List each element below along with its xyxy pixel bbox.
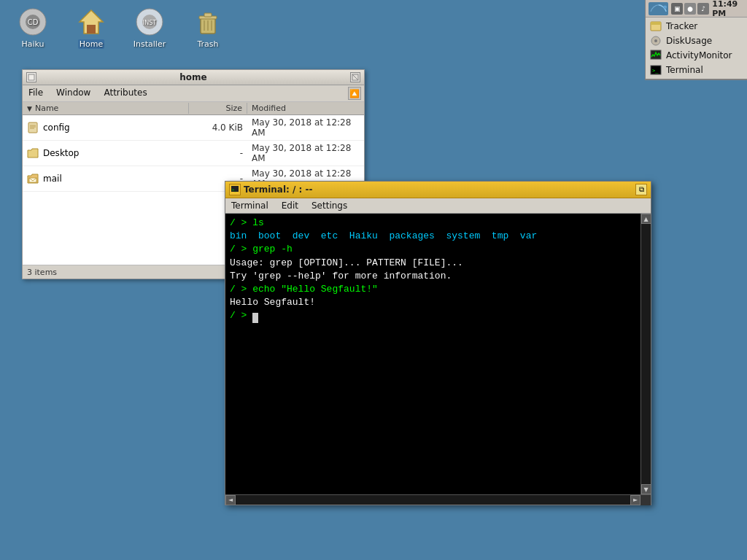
deskbar-item-tracker[interactable]: Tracker (646, 19, 747, 34)
desktop-icons: CD Haiku Home INST Installer (7, 7, 233, 49)
menu-window[interactable]: Window (53, 87, 93, 100)
file-name-config: config (23, 121, 189, 134)
terminal-line-5: Try 'grep --help' for more information. (230, 270, 636, 283)
menu-attributes[interactable]: Attributes (101, 87, 150, 100)
terminal-title-icon: >_ (229, 184, 241, 195)
terminal-scroll-down-btn[interactable]: ▼ (641, 484, 651, 494)
terminal-titlebar: >_ Terminal: / : -- ⧉ (225, 182, 651, 198)
terminal-scroll-right-btn[interactable]: ► (630, 495, 640, 505)
svg-text:>_: >_ (232, 187, 237, 192)
file-size-desktop: - (189, 147, 247, 159)
titlebar-zoom-btn[interactable] (350, 72, 360, 82)
deskbar-top: ▣ ● ♪ 11:49 PM (646, 0, 747, 18)
terminal-zoom-btn[interactable]: ⧉ (635, 184, 647, 195)
haiku-icon: CD (18, 7, 47, 36)
tray-icon-sound: ♪ (697, 3, 709, 15)
file-date-config: May 30, 2018 at 12:28 AM (247, 117, 364, 139)
desktop-folder-icon (27, 147, 39, 159)
terminal-line-1: / > ls (230, 217, 636, 230)
trash-icon (193, 7, 222, 36)
file-name-desktop: Desktop (23, 147, 189, 160)
terminal-icon: >_ (650, 64, 662, 76)
terminal-menubar: Terminal Edit Settings (225, 198, 651, 214)
svg-text:CD: CD (28, 18, 39, 26)
terminal-scrollbar-track (641, 224, 651, 484)
tray-icon-disk: ● (684, 3, 696, 15)
mail-folder-icon (27, 173, 39, 184)
terminal-window: >_ Terminal: / : -- ⧉ Terminal Edit Sett… (225, 181, 651, 505)
file-manager-titlebar: home (23, 70, 364, 85)
svg-rect-4 (87, 25, 96, 34)
deskbar-item-terminal[interactable]: >_ Terminal (646, 63, 747, 77)
deskbar-clock: 11:49 PM (712, 0, 744, 18)
svg-rect-26 (28, 122, 37, 133)
terminal-menu-edit[interactable]: Edit (279, 200, 301, 211)
home-icon (77, 7, 106, 36)
titlebar-checkbox[interactable] (26, 72, 36, 82)
file-date-desktop: May 30, 2018 at 12:28 AM (247, 142, 364, 164)
terminal-menu-settings[interactable]: Settings (309, 200, 350, 211)
desktop-icon-home[interactable]: Home (66, 7, 117, 49)
file-size-config: 4.0 KiB (189, 122, 247, 133)
diskusage-icon (650, 35, 662, 47)
deskbar-item-activitymonitor-label: ActivityMonitor (666, 50, 732, 61)
svg-point-19 (654, 39, 657, 42)
file-count-status: 3 items (27, 268, 57, 277)
terminal-line-8: / > (230, 309, 636, 322)
desktop-icon-haiku[interactable]: CD Haiku (7, 7, 58, 49)
deskbar-tray: ▣ ● ♪ (671, 3, 709, 15)
terminal-line-3: / > grep -h (230, 243, 636, 256)
file-row-config[interactable]: config 4.0 KiB May 30, 2018 at 12:28 AM (23, 115, 364, 141)
file-row-desktop[interactable]: Desktop - May 30, 2018 at 12:28 AM (23, 141, 364, 166)
col-name-header[interactable]: ▼ Name (23, 103, 189, 114)
menu-nav-icon[interactable]: 🔼 (348, 87, 361, 100)
haiku-label: Haiku (21, 39, 44, 49)
terminal-scroll-up-btn[interactable]: ▲ (641, 214, 651, 224)
svg-rect-10 (204, 13, 212, 17)
terminal-output[interactable]: / > ls bin boot dev etc Haiku packages s… (225, 214, 640, 494)
terminal-scroll-left-btn[interactable]: ◄ (225, 495, 236, 505)
deskbar-item-terminal-label: Terminal (666, 65, 703, 75)
svg-text:>_: >_ (652, 68, 659, 74)
home-label: Home (78, 39, 104, 49)
terminal-cursor (252, 313, 258, 323)
svg-point-15 (663, 5, 667, 9)
config-icon (27, 122, 39, 133)
col-modified-header[interactable]: Modified (247, 103, 364, 114)
deskbar-item-activitymonitor[interactable]: ActivityMonitor (646, 48, 747, 63)
terminal-line-2: bin boot dev etc Haiku packages system t… (230, 230, 636, 243)
terminal-title-text: Terminal: / : -- (244, 184, 632, 195)
deskbar: ▣ ● ♪ 11:49 PM Tracker (645, 0, 747, 80)
terminal-menu-terminal[interactable]: Terminal (228, 200, 271, 211)
terminal-line-7: Hello Segfault! (230, 296, 636, 309)
menu-file[interactable]: File (26, 87, 46, 100)
desktop-icon-installer[interactable]: INST Installer (124, 7, 175, 49)
deskbar-item-diskusage[interactable]: DiskUsage (646, 34, 747, 48)
file-name-mail: mail (23, 172, 189, 185)
col-size-header[interactable]: Size (189, 103, 247, 114)
trash-label: Trash (197, 39, 218, 49)
desktop-icon-trash[interactable]: Trash (182, 7, 233, 49)
deskbar-item-diskusage-label: DiskUsage (666, 36, 712, 46)
terminal-hscroll-track (236, 495, 630, 505)
terminal-scrollbar: ▲ ▼ (640, 214, 651, 494)
svg-line-25 (352, 74, 358, 80)
file-manager-title: home (39, 72, 347, 82)
svg-text:INST: INST (143, 20, 156, 26)
installer-icon: INST (135, 7, 164, 36)
terminal-corner (640, 495, 651, 505)
terminal-line-6: / > echo "Hello Segfault!" (230, 283, 636, 296)
activitymonitor-icon (650, 50, 662, 61)
svg-rect-23 (28, 74, 34, 80)
desktop: CD Haiku Home INST Installer (0, 0, 747, 560)
file-table-header: ▼ Name Size Modified (23, 102, 364, 115)
terminal-bottom-scrollbar: ◄ ► (225, 494, 651, 505)
installer-label: Installer (133, 39, 166, 49)
tracker-icon (650, 20, 662, 32)
terminal-line-4: Usage: grep [OPTION]... PATTERN [FILE]..… (230, 257, 636, 270)
file-manager-menubar: File Window Attributes 🔼 (23, 85, 364, 102)
deskbar-item-tracker-label: Tracker (666, 21, 697, 31)
svg-rect-17 (651, 22, 661, 25)
deskbar-logo[interactable] (649, 2, 668, 15)
deskbar-menu: Tracker DiskUsage Activi (646, 18, 747, 79)
